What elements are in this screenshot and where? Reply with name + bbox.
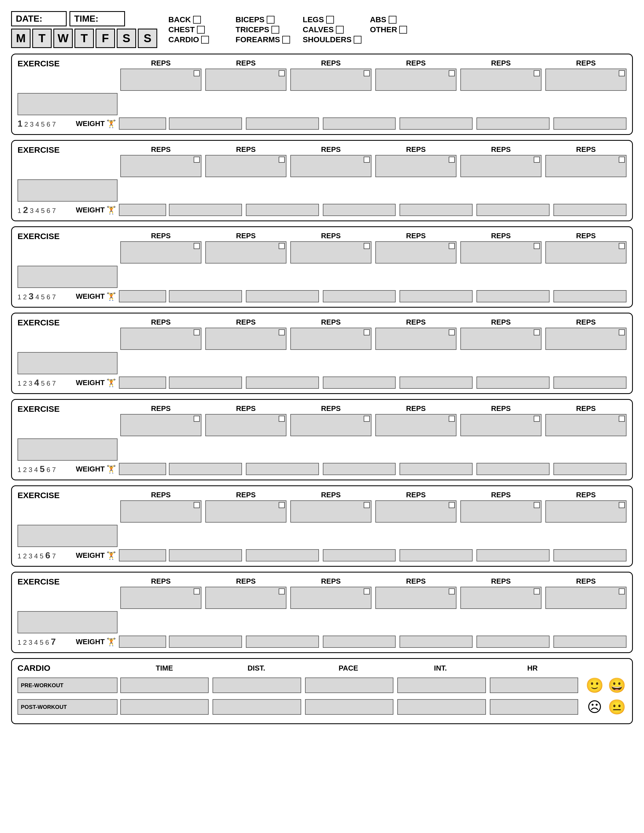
check-triceps[interactable] — [271, 26, 279, 34]
reps-box-5-1[interactable] — [120, 414, 201, 436]
day-F[interactable]: F — [96, 29, 115, 48]
weight-fill-1-3[interactable] — [323, 117, 396, 130]
weight-fill-2-5[interactable] — [477, 204, 549, 216]
reps-box-7-4[interactable] — [375, 587, 456, 609]
reps-box-1-1[interactable] — [120, 69, 201, 91]
reps-box-5-3[interactable] — [290, 414, 372, 436]
reps-box-2-2[interactable] — [205, 155, 287, 177]
muscle-other[interactable]: OTHER — [370, 25, 429, 34]
reps-check[interactable] — [194, 70, 200, 76]
reps-box-2-5[interactable] — [460, 155, 541, 177]
weight-fill-1-5[interactable] — [477, 117, 549, 130]
cardio-post-int[interactable] — [397, 699, 486, 715]
reps-box-6-2[interactable] — [205, 500, 287, 523]
reps-box-4-6[interactable] — [545, 328, 626, 350]
weight-fill-2-6[interactable] — [554, 204, 626, 216]
reps-box-3-4[interactable] — [375, 241, 456, 264]
reps-box-2-1[interactable] — [120, 155, 201, 177]
mood-happy[interactable]: 🙂 — [585, 675, 604, 695]
time-box[interactable]: TIME: — [69, 11, 125, 26]
muscle-back[interactable]: BACK — [168, 15, 227, 24]
check-biceps[interactable] — [267, 16, 274, 24]
weight-fill-1-1[interactable] — [169, 117, 242, 130]
weight-fill-1-6[interactable] — [554, 117, 626, 130]
reps-box-7-2[interactable] — [205, 587, 287, 609]
reps-box-1-3[interactable] — [290, 69, 372, 91]
reps-check[interactable] — [449, 70, 455, 76]
weight-fill-2-4[interactable] — [399, 204, 473, 216]
reps-box-7-3[interactable] — [290, 587, 372, 609]
weight-input-6[interactable] — [119, 549, 166, 561]
exercise-3-name-input[interactable] — [18, 266, 118, 288]
check-forearms[interactable] — [282, 36, 290, 43]
weight-input-2[interactable] — [119, 204, 166, 216]
reps-check[interactable] — [279, 70, 285, 76]
reps-box-6-1[interactable] — [120, 500, 201, 523]
day-M[interactable]: M — [11, 29, 31, 48]
check-back[interactable] — [193, 16, 201, 24]
cardio-post-time[interactable] — [120, 699, 209, 715]
cardio-post-dist[interactable] — [213, 699, 301, 715]
reps-box-3-5[interactable] — [460, 241, 541, 264]
reps-box-3-1[interactable] — [120, 241, 201, 264]
reps-box-6-6[interactable] — [545, 500, 626, 523]
weight-fill-1-4[interactable] — [399, 117, 473, 130]
cardio-pre-time[interactable] — [120, 677, 209, 693]
day-S1[interactable]: S — [117, 29, 136, 48]
weight-input-1[interactable] — [119, 117, 166, 130]
cardio-pre-hr[interactable] — [490, 677, 578, 693]
reps-box-5-6[interactable] — [545, 414, 626, 436]
muscle-abs[interactable]: ABS — [370, 15, 429, 24]
reps-box-5-5[interactable] — [460, 414, 541, 436]
weight-input-7[interactable] — [119, 635, 166, 648]
reps-box-2-6[interactable] — [545, 155, 626, 177]
muscle-chest[interactable]: CHEST — [168, 25, 227, 34]
weight-fill-1-2[interactable] — [246, 117, 319, 130]
mood-very-happy[interactable]: 😀 — [607, 675, 626, 695]
muscle-shoulders[interactable]: SHOULDERS — [303, 35, 362, 44]
day-S2[interactable]: S — [138, 29, 157, 48]
reps-box-6-3[interactable] — [290, 500, 372, 523]
cardio-post-hr[interactable] — [490, 699, 578, 715]
check-legs[interactable] — [326, 16, 334, 24]
exercise-6-name-input[interactable] — [18, 525, 118, 547]
muscle-legs[interactable]: LEGS — [303, 15, 362, 24]
muscle-cardio[interactable]: CARDIO — [168, 35, 227, 44]
muscle-calves[interactable]: CALVES — [303, 25, 362, 34]
cardio-pre-dist[interactable] — [213, 677, 301, 693]
cardio-pre-pace[interactable] — [305, 677, 393, 693]
reps-box-1-4[interactable] — [375, 69, 456, 91]
muscle-biceps[interactable]: BICEPS — [236, 15, 295, 24]
reps-box-1-2[interactable] — [205, 69, 287, 91]
reps-box-2-4[interactable] — [375, 155, 456, 177]
exercise-1-name-input[interactable] — [18, 93, 118, 115]
check-chest[interactable] — [197, 26, 205, 34]
reps-box-4-5[interactable] — [460, 328, 541, 350]
reps-box-4-1[interactable] — [120, 328, 201, 350]
mood-sad[interactable]: ☹ — [585, 697, 604, 717]
cardio-pre-int[interactable] — [397, 677, 486, 693]
reps-box-3-3[interactable] — [290, 241, 372, 264]
exercise-7-name-input[interactable] — [18, 611, 118, 634]
reps-box-7-5[interactable] — [460, 587, 541, 609]
date-box[interactable]: DATE: — [11, 11, 67, 26]
check-calves[interactable] — [336, 26, 344, 34]
reps-box-3-2[interactable] — [205, 241, 287, 264]
exercise-5-name-input[interactable] — [18, 439, 118, 461]
weight-input-3[interactable] — [119, 290, 166, 302]
weight-fill-2-2[interactable] — [246, 204, 319, 216]
reps-box-4-3[interactable] — [290, 328, 372, 350]
weight-input-4[interactable] — [119, 376, 166, 389]
reps-box-1-5[interactable] — [460, 69, 541, 91]
check-abs[interactable] — [389, 16, 396, 24]
reps-box-5-2[interactable] — [205, 414, 287, 436]
reps-box-6-5[interactable] — [460, 500, 541, 523]
check-other[interactable] — [399, 26, 407, 34]
check-cardio[interactable] — [201, 36, 209, 43]
reps-box-4-4[interactable] — [375, 328, 456, 350]
reps-box-7-1[interactable] — [120, 587, 201, 609]
day-T1[interactable]: T — [32, 29, 52, 48]
reps-check[interactable] — [534, 70, 540, 76]
reps-box-7-6[interactable] — [545, 587, 626, 609]
reps-box-6-4[interactable] — [375, 500, 456, 523]
